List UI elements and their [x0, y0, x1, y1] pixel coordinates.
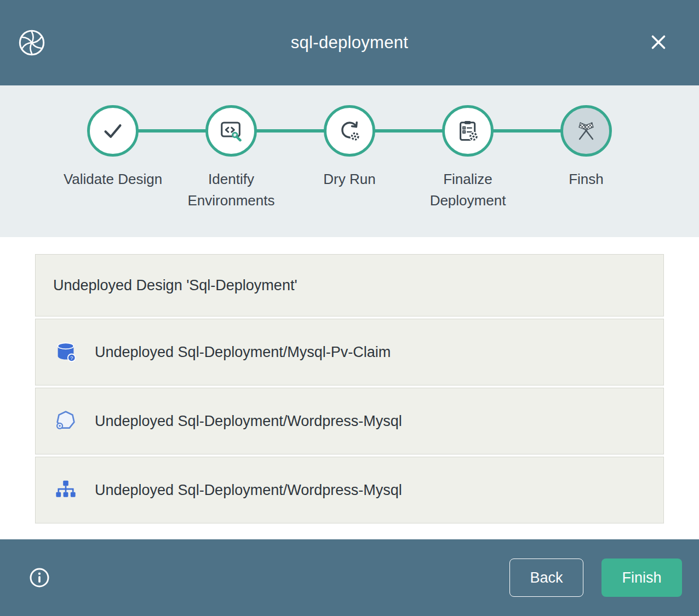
- tree-icon: [53, 477, 78, 503]
- modal-title: sql-deployment: [0, 33, 699, 53]
- svg-text:?: ?: [70, 355, 73, 361]
- clipboard-gear-icon: [455, 118, 480, 143]
- step-identify-environments-circle[interactable]: [205, 105, 257, 157]
- wizard-stepper: Validate Design: [0, 85, 699, 237]
- status-row-design: Undeployed Design 'Sql-Deployment': [35, 254, 664, 316]
- back-button[interactable]: Back: [509, 559, 583, 597]
- step-dry-run-circle[interactable]: [324, 105, 375, 157]
- deployment-wizard-modal: sql-deployment Validate Design: [0, 0, 699, 616]
- step-label: Finalize Deployment: [413, 169, 523, 211]
- status-text: Undeployed Sql-Deployment/Mysql-Pv-Claim: [95, 344, 391, 361]
- step-identify-environments: Identify Environments: [172, 105, 290, 211]
- status-row-wordpress-mysql-pod: Undeployed Sql-Deployment/Wordpress-Mysq…: [35, 388, 664, 454]
- step-label: Validate Design: [58, 169, 168, 190]
- pod-icon: [53, 408, 78, 434]
- step-finish: Finsh: [527, 105, 645, 211]
- step-validate-design-circle[interactable]: [87, 105, 139, 157]
- checkered-flags-icon: [574, 118, 599, 143]
- step-label: Dry Run: [295, 169, 404, 190]
- database-icon: ?: [53, 339, 78, 365]
- code-wrench-icon: [219, 118, 244, 143]
- step-dry-run: Dry Run: [290, 105, 409, 211]
- status-row-mysql-pv-claim: ? Undeployed Sql-Deployment/Mysql-Pv-Cla…: [35, 319, 664, 385]
- refresh-gear-icon: [337, 118, 362, 143]
- status-text: Undeployed Design 'Sql-Deployment': [53, 277, 297, 294]
- status-text: Undeployed Sql-Deployment/Wordpress-Mysq…: [95, 413, 402, 430]
- step-finalize-deployment-circle[interactable]: [442, 105, 494, 157]
- step-finish-circle[interactable]: [560, 105, 612, 157]
- step-label: Finsh: [531, 169, 641, 190]
- close-icon: [649, 45, 668, 54]
- deployment-status-panel: Undeployed Design 'Sql-Deployment' ? Und…: [0, 237, 699, 539]
- modal-footer: Back Finish: [0, 539, 699, 616]
- info-button[interactable]: [27, 566, 51, 590]
- check-icon: [100, 118, 125, 143]
- info-icon: [28, 582, 50, 590]
- step-finalize-deployment: Finalize Deployment: [409, 105, 527, 211]
- step-validate-design: Validate Design: [54, 105, 172, 211]
- step-label: Identify Environments: [176, 169, 286, 211]
- finish-button[interactable]: Finish: [601, 559, 682, 597]
- status-text: Undeployed Sql-Deployment/Wordpress-Mysq…: [95, 482, 402, 499]
- modal-header: sql-deployment: [0, 0, 699, 85]
- status-row-wordpress-mysql-tree: Undeployed Sql-Deployment/Wordpress-Mysq…: [35, 457, 664, 523]
- close-button[interactable]: [646, 30, 671, 54]
